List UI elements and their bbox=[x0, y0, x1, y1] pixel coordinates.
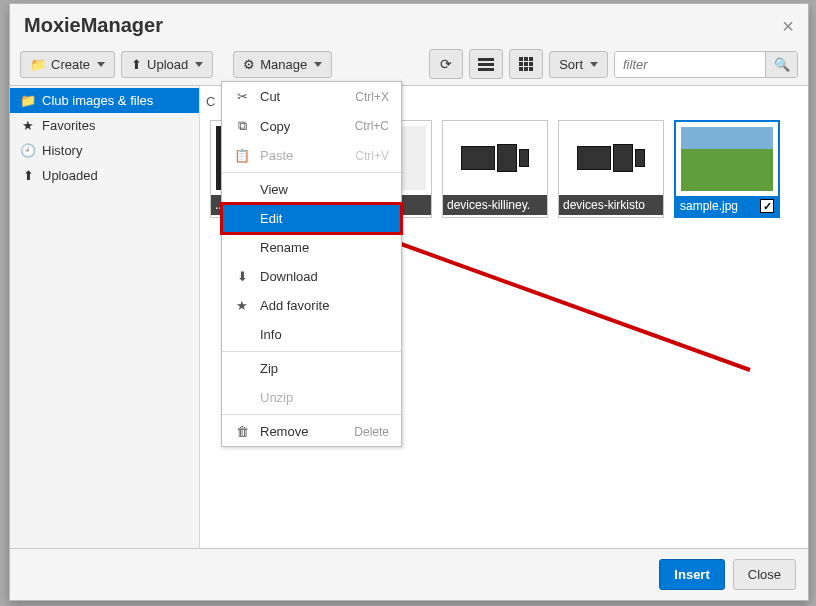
menu-item-info[interactable]: Info bbox=[222, 320, 401, 349]
history-icon: 🕘 bbox=[20, 143, 36, 158]
create-label: Create bbox=[51, 57, 90, 72]
sidebar-item-label: History bbox=[42, 143, 82, 158]
menu-item-label: Download bbox=[260, 269, 389, 284]
dialog-body: 📁Club images & files★Favorites🕘History⬆U… bbox=[10, 85, 808, 548]
chevron-down-icon bbox=[195, 62, 203, 67]
filter-field: 🔍 bbox=[614, 51, 798, 78]
thumbnail-image bbox=[559, 121, 663, 195]
sidebar-item-club-images-files[interactable]: 📁Club images & files bbox=[10, 88, 199, 113]
sidebar: 📁Club images & files★Favorites🕘History⬆U… bbox=[10, 86, 200, 548]
close-icon[interactable]: × bbox=[782, 16, 794, 36]
menu-item-remove[interactable]: 🗑RemoveDelete bbox=[222, 417, 401, 446]
file-name: devices-kirkisto bbox=[563, 198, 645, 212]
menu-item-cut[interactable]: ✂CutCtrl+X bbox=[222, 82, 401, 111]
menu-item-label: Cut bbox=[260, 89, 345, 104]
copy-icon: ⧉ bbox=[234, 118, 250, 134]
star-icon: ★ bbox=[234, 298, 250, 313]
download-icon: ⬇ bbox=[234, 269, 250, 284]
menu-item-download[interactable]: ⬇Download bbox=[222, 262, 401, 291]
menu-shortcut: Ctrl+X bbox=[355, 90, 389, 104]
menu-item-edit[interactable]: Edit bbox=[222, 204, 401, 233]
paste-icon: 📋 bbox=[234, 148, 250, 163]
file-thumb[interactable]: devices-killiney. bbox=[442, 120, 548, 218]
upload-button[interactable]: ⬆ Upload bbox=[121, 51, 213, 78]
menu-item-label: Info bbox=[260, 327, 389, 342]
menu-item-label: Edit bbox=[260, 211, 389, 226]
insert-button[interactable]: Insert bbox=[659, 559, 724, 590]
sidebar-item-history[interactable]: 🕘History bbox=[10, 138, 199, 163]
filter-input[interactable] bbox=[615, 52, 765, 77]
menu-item-copy[interactable]: ⧉CopyCtrl+C bbox=[222, 111, 401, 141]
star-icon: ★ bbox=[20, 118, 36, 133]
thumbnail-image bbox=[443, 121, 547, 195]
menu-shortcut: Ctrl+V bbox=[355, 149, 389, 163]
view-list-button[interactable] bbox=[469, 49, 503, 79]
file-thumb[interactable]: sample.jpg✓ bbox=[674, 120, 780, 218]
upload-label: Upload bbox=[147, 57, 188, 72]
search-button[interactable]: 🔍 bbox=[765, 52, 797, 77]
sidebar-item-uploaded[interactable]: ⬆Uploaded bbox=[10, 163, 199, 188]
refresh-button[interactable]: ⟳ bbox=[429, 49, 463, 79]
create-button[interactable]: 📁 Create bbox=[20, 51, 115, 78]
manage-label: Manage bbox=[260, 57, 307, 72]
checkbox-checked-icon[interactable]: ✓ bbox=[760, 199, 774, 213]
close-button[interactable]: Close bbox=[733, 559, 796, 590]
grid-icon bbox=[519, 57, 533, 71]
sidebar-item-favorites[interactable]: ★Favorites bbox=[10, 113, 199, 138]
moxiemanager-dialog: MoxieManager × 📁 Create ⬆ Upload ⚙ Manag… bbox=[9, 3, 809, 601]
toolbar: 📁 Create ⬆ Upload ⚙ Manage ⟳ Sort bbox=[10, 43, 808, 85]
menu-item-label: Add favorite bbox=[260, 298, 389, 313]
dialog-title: MoxieManager bbox=[24, 14, 163, 37]
cut-icon: ✂ bbox=[234, 89, 250, 104]
menu-item-label: Zip bbox=[260, 361, 389, 376]
search-icon: 🔍 bbox=[774, 57, 790, 72]
file-thumb[interactable]: devices-kirkisto bbox=[558, 120, 664, 218]
folder-icon: 📁 bbox=[20, 93, 36, 108]
trash-icon: 🗑 bbox=[234, 424, 250, 439]
refresh-icon: ⟳ bbox=[440, 56, 452, 72]
chevron-down-icon bbox=[314, 62, 322, 67]
view-grid-button[interactable] bbox=[509, 49, 543, 79]
list-icon bbox=[478, 58, 494, 71]
chevron-down-icon bbox=[590, 62, 598, 67]
file-name: devices-killiney. bbox=[447, 198, 530, 212]
dialog-footer: Insert Close bbox=[10, 548, 808, 600]
titlebar: MoxieManager × bbox=[10, 4, 808, 43]
sort-button[interactable]: Sort bbox=[549, 51, 608, 78]
gear-icon: ⚙ bbox=[243, 58, 255, 71]
menu-shortcut: Delete bbox=[354, 425, 389, 439]
menu-item-unzip: Unzip bbox=[222, 383, 401, 412]
menu-item-rename[interactable]: Rename bbox=[222, 233, 401, 262]
menu-item-label: Paste bbox=[260, 148, 345, 163]
sidebar-item-label: Uploaded bbox=[42, 168, 98, 183]
menu-item-paste: 📋PasteCtrl+V bbox=[222, 141, 401, 170]
chevron-down-icon bbox=[97, 62, 105, 67]
menu-item-label: Remove bbox=[260, 424, 344, 439]
menu-item-label: Unzip bbox=[260, 390, 389, 405]
sidebar-item-label: Club images & files bbox=[42, 93, 153, 108]
upload-icon: ⬆ bbox=[131, 58, 142, 71]
menu-item-add-favorite[interactable]: ★Add favorite bbox=[222, 291, 401, 320]
menu-item-zip[interactable]: Zip bbox=[222, 354, 401, 383]
manage-button[interactable]: ⚙ Manage bbox=[233, 51, 332, 78]
menu-shortcut: Ctrl+C bbox=[355, 119, 389, 133]
folder-plus-icon: 📁 bbox=[30, 58, 46, 71]
menu-item-label: Rename bbox=[260, 240, 389, 255]
thumbnail-image bbox=[676, 122, 778, 196]
file-name: sample.jpg bbox=[680, 199, 738, 213]
manage-menu: ✂CutCtrl+X⧉CopyCtrl+C📋PasteCtrl+VViewEdi… bbox=[221, 81, 402, 447]
upload-icon: ⬆ bbox=[20, 168, 36, 183]
menu-item-label: View bbox=[260, 182, 389, 197]
sort-label: Sort bbox=[559, 57, 583, 72]
menu-item-view[interactable]: View bbox=[222, 175, 401, 204]
sidebar-item-label: Favorites bbox=[42, 118, 95, 133]
menu-item-label: Copy bbox=[260, 119, 345, 134]
